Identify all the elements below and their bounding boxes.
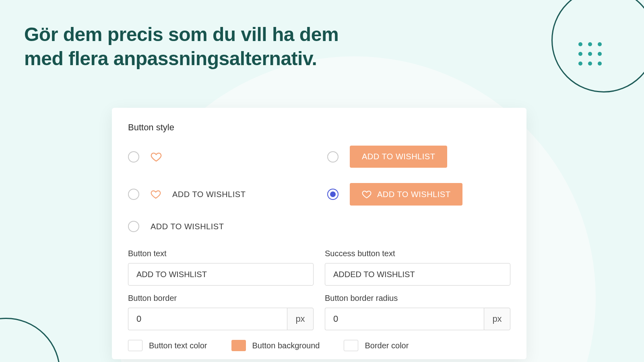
heart-icon bbox=[151, 189, 161, 200]
button-style-options: ADD TO WISHLIST ADD TO WISHLIST ADD TO W… bbox=[128, 146, 510, 232]
style-option-button-solid[interactable]: ADD TO WISHLIST bbox=[327, 146, 510, 168]
settings-panel: Button style ADD TO WISHLIST ADD TO WISH… bbox=[112, 108, 526, 359]
section-title-button-style: Button style bbox=[128, 122, 510, 133]
style-option-icon-text[interactable]: ADD TO WISHLIST bbox=[128, 183, 311, 206]
color-row: Button text color Button background Bord… bbox=[128, 340, 510, 351]
unit-px: px bbox=[287, 308, 314, 330]
decorative-circle-bottom bbox=[0, 318, 60, 362]
label-border-color: Border color bbox=[365, 341, 409, 350]
input-button-text[interactable] bbox=[128, 263, 314, 286]
swatch-border-color[interactable] bbox=[344, 340, 358, 351]
style-option-button-solid-icon[interactable]: ADD TO WISHLIST bbox=[327, 183, 510, 206]
style-option-text-only-label: ADD TO WISHLIST bbox=[151, 222, 224, 231]
input-border[interactable] bbox=[128, 308, 287, 330]
color-border[interactable]: Border color bbox=[344, 340, 409, 351]
radio-icon-text[interactable] bbox=[128, 189, 139, 200]
label-text-color: Button text color bbox=[149, 341, 207, 350]
label-border: Button border bbox=[128, 294, 314, 303]
input-border-radius[interactable] bbox=[325, 308, 484, 330]
form-grid: Button text Success button text Button b… bbox=[128, 249, 510, 330]
color-button-bg[interactable]: Button background bbox=[231, 340, 320, 351]
label-border-radius: Button border radius bbox=[325, 294, 510, 303]
style-option-text-only[interactable]: ADD TO WISHLIST bbox=[128, 221, 311, 232]
style-option-icon-text-label: ADD TO WISHLIST bbox=[172, 190, 246, 199]
input-success-text[interactable] bbox=[325, 263, 510, 286]
swatch-bg-color[interactable] bbox=[231, 340, 246, 351]
page-headline: Gör dem precis som du vill ha dem med fl… bbox=[24, 23, 370, 71]
preview-button-solid-icon: ADD TO WISHLIST bbox=[350, 183, 462, 206]
style-option-icon-only[interactable] bbox=[128, 146, 311, 168]
radio-button-solid[interactable] bbox=[327, 151, 339, 162]
color-button-text[interactable]: Button text color bbox=[128, 340, 207, 351]
preview-button-solid-label: ADD TO WISHLIST bbox=[362, 152, 435, 161]
heart-icon bbox=[151, 151, 162, 162]
heart-icon bbox=[362, 189, 372, 199]
decorative-dot-grid bbox=[578, 42, 602, 66]
radio-button-solid-icon[interactable] bbox=[327, 189, 339, 200]
radio-icon-only[interactable] bbox=[128, 151, 139, 162]
preview-button-solid: ADD TO WISHLIST bbox=[350, 146, 447, 168]
swatch-text-color[interactable] bbox=[128, 340, 142, 351]
preview-button-solid-icon-label: ADD TO WISHLIST bbox=[377, 190, 450, 199]
radio-text-only[interactable] bbox=[128, 221, 139, 232]
label-bg-color: Button background bbox=[252, 341, 320, 350]
label-success-text: Success button text bbox=[325, 249, 510, 258]
unit-px: px bbox=[484, 308, 510, 330]
label-button-text: Button text bbox=[128, 249, 314, 258]
